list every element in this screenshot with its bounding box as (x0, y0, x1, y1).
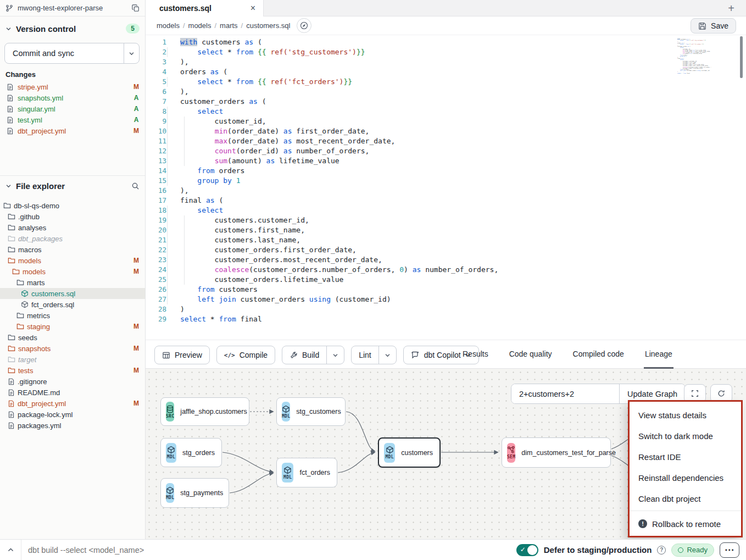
code-editor[interactable]: 1with customers as (2 select * from {{ r… (146, 35, 746, 340)
file-tree-item[interactable]: .github (0, 211, 145, 222)
code-line: 9 customer_id, (146, 117, 746, 126)
node-type-icon: SEM (507, 443, 515, 463)
command-input[interactable] (28, 546, 303, 555)
file-tree-item[interactable]: macros (0, 244, 145, 255)
node-label: stg_orders (182, 449, 215, 457)
search-icon[interactable] (131, 182, 140, 190)
file-tree-item[interactable]: target (0, 354, 145, 365)
new-tab-button[interactable]: + (724, 1, 738, 15)
file-tree-item[interactable]: modelsM (0, 255, 145, 266)
file-tree-item[interactable]: fct_orders.sql (0, 299, 145, 310)
open-in-docs-button[interactable] (297, 18, 311, 33)
menu-item-clean-dbt-project[interactable]: Clean dbt project (630, 488, 741, 509)
help-icon[interactable]: ? (657, 546, 666, 555)
ready-dot-icon (678, 547, 683, 553)
code-line: 12 count(order_id) as number_of_orders, (146, 146, 746, 156)
change-file-name: stripe.yml (18, 83, 129, 91)
file-tree-item[interactable]: packages.yml (0, 420, 145, 431)
change-item[interactable]: stripe.ymlM (0, 81, 145, 92)
change-item[interactable]: snapshots.ymlA (0, 92, 145, 103)
file-tree-item[interactable]: analyses (0, 222, 145, 233)
commit-options-chevron[interactable] (124, 43, 139, 63)
defer-toggle[interactable]: ✓ (516, 544, 538, 556)
breadcrumb-item[interactable]: marts (220, 21, 238, 30)
preview-button[interactable]: Preview (154, 346, 210, 364)
change-item[interactable]: test.ymlA (0, 114, 145, 125)
breadcrumb-item[interactable]: models (188, 21, 211, 30)
change-status: A (133, 94, 140, 102)
lineage-node-fct_orders[interactable]: MDLfct_orders (276, 458, 337, 487)
tab-compiled-code[interactable]: Compiled code (572, 340, 625, 369)
tab-results[interactable]: Results (461, 340, 489, 369)
change-status: A (133, 105, 140, 113)
change-item[interactable]: singular.ymlA (0, 103, 145, 114)
file-tree-item[interactable]: seeds (0, 332, 145, 343)
file-tree-item[interactable]: stagingM (0, 321, 145, 332)
breadcrumb-item[interactable]: customers.sql (246, 21, 290, 30)
menu-item-view-status-details[interactable]: View status details (630, 404, 741, 425)
menu-item-switch-to-dark-mode[interactable]: Switch to dark mode (630, 425, 741, 446)
compile-button[interactable]: </> Compile (216, 346, 275, 364)
tab-code-quality[interactable]: Code quality (508, 340, 553, 369)
ready-label: Ready (687, 546, 708, 554)
tab-lineage[interactable]: Lineage (644, 340, 673, 369)
tree-item-name: package-lock.yml (18, 411, 140, 419)
file-explorer-header[interactable]: File explorer (0, 179, 145, 192)
build-options-chevron[interactable] (326, 346, 344, 364)
file-tree-item[interactable]: marts (0, 277, 145, 288)
breadcrumb-item[interactable]: models (157, 21, 180, 30)
lint-options-chevron[interactable] (378, 346, 396, 364)
file-tree-item[interactable]: dbt_packages (0, 233, 145, 244)
graph-selector-input[interactable] (511, 384, 619, 403)
tree-item-name: seeds (18, 334, 140, 342)
file-tree-item[interactable]: testsM (0, 365, 145, 376)
status-ready-badge[interactable]: Ready (671, 544, 714, 557)
menu-item-restart-ide[interactable]: Restart IDE (630, 446, 741, 467)
change-item[interactable]: dbt_project.ymlM (0, 125, 145, 136)
file-tree-item[interactable]: snapshotsM (0, 343, 145, 354)
preview-label: Preview (175, 351, 202, 359)
sidebar: mwong-test-explorer-parse Version contro… (0, 0, 146, 560)
code-line: 27 left join customer_orders using (cust… (146, 295, 746, 304)
file-tree-item[interactable]: metrics (0, 310, 145, 321)
version-control-header[interactable]: Version control 5 (0, 22, 145, 35)
file-tree-item[interactable]: customers.sql (0, 288, 145, 299)
tree-item-name: README.md (18, 389, 140, 397)
breadcrumb[interactable]: models/models/marts/customers.sql (157, 21, 290, 30)
file-tree-item[interactable]: db-sl-qs-demo (0, 200, 145, 211)
menu-item-reinstall-dependencies[interactable]: Reinstall dependencies (630, 467, 741, 488)
menu-item-rollback-to-remote[interactable]: !Rollback to remote (630, 513, 741, 534)
editor-tab-bar: customers.sql × + (146, 0, 746, 16)
lineage-node-stg_orders[interactable]: MDLstg_orders (160, 438, 222, 467)
file-tree-item[interactable]: package-lock.yml (0, 409, 145, 420)
editor-scrollbar[interactable] (740, 36, 743, 78)
file-tree-item[interactable]: modelsM (0, 266, 145, 277)
line-number: 1 (146, 37, 166, 47)
copy-branch-icon[interactable] (132, 4, 140, 12)
file-tree-item[interactable]: .gitignore (0, 376, 145, 387)
lineage-node-stg_customers[interactable]: MDLstg_customers (276, 397, 346, 426)
file-tree-item[interactable]: README.md (0, 387, 145, 398)
branch-row[interactable]: mwong-test-explorer-parse (0, 0, 145, 16)
editor-minimap[interactable]: with customers as ( select * from {{ ref… (677, 38, 711, 74)
file-icon (7, 127, 14, 135)
lineage-node-customers[interactable]: MDLcustomers (378, 437, 441, 468)
more-options-button[interactable]: ⋯ (720, 542, 739, 558)
code-line: 1with customers as ( (146, 37, 746, 47)
command-bar-collapse-button[interactable] (0, 546, 21, 553)
save-button[interactable]: Save (691, 18, 736, 34)
file-tree-item[interactable]: dbt_project.ymlM (0, 398, 145, 409)
lint-split-button[interactable]: Lint (351, 346, 397, 364)
close-tab-icon[interactable]: × (250, 4, 255, 13)
commit-and-sync-button[interactable]: Commit and sync (4, 43, 140, 64)
change-file-name: singular.yml (18, 105, 129, 113)
tab-customers-sql[interactable]: customers.sql × (146, 0, 264, 16)
lineage-node-stg_payments[interactable]: MDLstg_payments (160, 478, 229, 508)
code-line: 20 customers.first_name, (146, 225, 746, 235)
lineage-node-jaffle_shop.customers[interactable]: SRCjaffle_shop.customers (160, 397, 249, 426)
line-number: 23 (146, 255, 166, 265)
node-label: fct_orders (299, 469, 330, 476)
lineage-node-dim_customers_test_for_parse[interactable]: SEMdim_customers_test_for_parse (502, 437, 611, 468)
file-icon (8, 422, 15, 429)
build-split-button[interactable]: Build (282, 346, 344, 364)
